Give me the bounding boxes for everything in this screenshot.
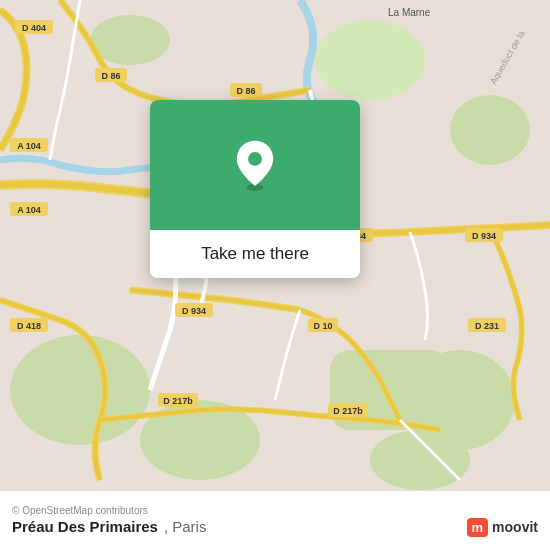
svg-text:D 404: D 404 [22,23,46,33]
svg-text:D 217b: D 217b [163,396,193,406]
svg-point-1 [10,335,150,445]
svg-text:D 10: D 10 [313,321,332,331]
map-attribution: © OpenStreetMap contributors [12,505,538,516]
svg-text:D 217b: D 217b [333,406,363,416]
bottom-bar: © OpenStreetMap contributors Préau Des P… [0,490,550,550]
place-name: Préau Des Primaires [12,518,158,535]
svg-text:D 86: D 86 [236,86,255,96]
moovit-logo: m moovit [467,518,538,537]
svg-text:D 934: D 934 [182,306,206,316]
svg-text:D 86: D 86 [101,71,120,81]
svg-point-4 [450,95,530,165]
svg-text:La Marne: La Marne [388,7,431,18]
svg-text:D 231: D 231 [475,321,499,331]
svg-text:D 934: D 934 [472,231,496,241]
card-green-area [150,100,360,230]
card: Take me there [150,100,360,278]
svg-text:A 104: A 104 [17,205,41,215]
moovit-text: moovit [492,519,538,535]
svg-point-5 [315,20,425,100]
svg-text:D 418: D 418 [17,321,41,331]
svg-text:A 104: A 104 [17,141,41,151]
location-info: Préau Des Primaires, Paris [12,518,206,536]
take-me-there-button[interactable]: Take me there [150,230,360,278]
location-name-row: Préau Des Primaires, Paris m moovit [12,518,538,537]
svg-point-38 [248,152,262,166]
moovit-m-icon: m [467,518,489,537]
city-name: , Paris [164,518,207,535]
location-pin-icon [229,139,281,191]
